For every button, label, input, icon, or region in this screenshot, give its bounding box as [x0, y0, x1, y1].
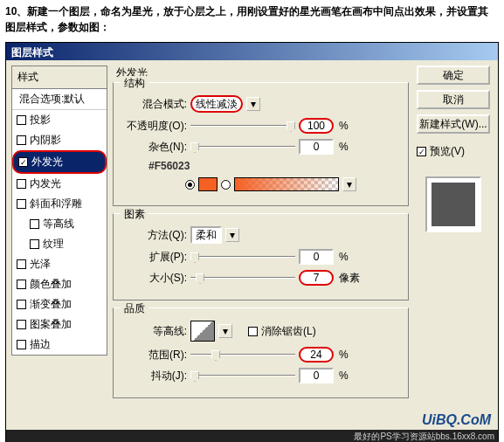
style-bevel-emboss[interactable]: 斜面和浮雕	[12, 194, 107, 214]
color-swatch[interactable]	[198, 177, 217, 191]
structure-label: 结构	[121, 76, 148, 91]
checkbox-icon[interactable]	[17, 259, 26, 269]
style-gradient-overlay[interactable]: 渐变叠加	[12, 294, 107, 314]
styles-panel: 样式 混合选项:默认 投影 内阴影 ✓外发光 内发光 斜面和浮雕 等高线 纹理 …	[11, 66, 107, 405]
spread-unit: %	[339, 251, 349, 263]
right-panel: 确定 取消 新建样式(W)... ✓ 预览(V)	[414, 66, 493, 405]
quality-label: 品质	[121, 301, 148, 316]
checkbox-icon[interactable]	[30, 239, 39, 249]
size-input[interactable]: 7	[299, 270, 334, 286]
antialias-label: 消除锯齿(L)	[261, 324, 316, 339]
range-slider[interactable]	[190, 347, 295, 363]
outer-glow-title: 外发光	[113, 66, 409, 80]
structure-group: 结构 混合模式: 线性减淡 ▾ 不透明度(O): 100 % 杂色(N): 0 …	[113, 82, 409, 206]
antialias-checkbox[interactable]	[248, 327, 258, 336]
technique-label: 方法(Q):	[119, 228, 187, 243]
opacity-slider[interactable]	[190, 118, 295, 134]
style-outer-glow[interactable]: ✓外发光	[12, 150, 107, 174]
size-slider[interactable]	[190, 270, 295, 286]
chevron-down-icon[interactable]: ▾	[246, 97, 260, 111]
cancel-button[interactable]: 取消	[417, 90, 490, 109]
instruction-text: 10、新建一个图层，命名为星光，放于心层之上，用刚设置好的星光画笔在画布中间点出…	[0, 0, 504, 38]
elements-label: 图素	[121, 207, 148, 222]
style-color-overlay[interactable]: 颜色叠加	[12, 274, 107, 294]
noise-slider[interactable]	[190, 139, 295, 155]
dialog-titlebar: 图层样式	[6, 43, 498, 60]
opacity-label: 不透明度(O):	[119, 119, 187, 134]
opacity-unit: %	[339, 120, 349, 132]
noise-label: 杂色(N):	[119, 140, 187, 155]
range-unit: %	[339, 349, 349, 361]
noise-input[interactable]: 0	[299, 139, 334, 155]
jitter-input[interactable]: 0	[299, 368, 334, 383]
style-contour[interactable]: 等高线	[12, 214, 107, 234]
range-input[interactable]: 24	[299, 347, 334, 363]
gradient-swatch[interactable]	[234, 177, 339, 191]
checkbox-icon[interactable]	[17, 280, 26, 289]
technique-dropdown[interactable]: 柔和	[190, 226, 222, 244]
checkbox-icon[interactable]: ✓	[18, 157, 28, 167]
elements-group: 图素 方法(Q): 柔和 ▾ 扩展(P): 0 % 大小(S): 7 像素	[113, 213, 409, 300]
style-inner-shadow[interactable]: 内阴影	[12, 130, 107, 150]
range-label: 范围(R):	[119, 348, 187, 363]
color-radio[interactable]	[185, 180, 195, 190]
chevron-down-icon[interactable]: ▾	[218, 324, 232, 338]
blend-mode-label: 混合模式:	[119, 97, 187, 112]
style-pattern-overlay[interactable]: 图案叠加	[12, 314, 107, 335]
chevron-down-icon[interactable]: ▾	[342, 177, 356, 191]
styles-header[interactable]: 样式	[12, 66, 107, 89]
checkbox-icon[interactable]	[17, 199, 26, 209]
checkbox-icon[interactable]	[17, 115, 26, 125]
blend-mode-dropdown[interactable]: 线性减淡	[190, 95, 243, 113]
preview-label: 预览(V)	[430, 144, 465, 159]
style-inner-glow[interactable]: 内发光	[12, 174, 107, 194]
jitter-label: 抖动(J):	[119, 369, 187, 383]
jitter-unit: %	[339, 369, 349, 382]
style-drop-shadow[interactable]: 投影	[12, 110, 107, 130]
checkbox-icon[interactable]	[17, 300, 26, 309]
contour-swatch[interactable]	[190, 321, 215, 342]
opacity-input[interactable]: 100	[299, 118, 334, 134]
checkbox-icon[interactable]	[17, 135, 26, 145]
settings-panel: 外发光 结构 混合模式: 线性减淡 ▾ 不透明度(O): 100 % 杂色(N)…	[113, 66, 409, 405]
gradient-radio[interactable]	[221, 180, 231, 190]
spread-label: 扩展(P):	[119, 250, 187, 265]
new-style-button[interactable]: 新建样式(W)...	[417, 114, 490, 134]
layer-style-dialog: 图层样式 样式 混合选项:默认 投影 内阴影 ✓外发光 内发光 斜面和浮雕 等高…	[5, 42, 499, 442]
size-unit: 像素	[339, 271, 360, 286]
contour-label: 等高线:	[119, 324, 187, 339]
preview-box	[425, 176, 481, 232]
checkbox-icon[interactable]	[30, 219, 39, 229]
footer-text: 最好的PS学习资源站bbs.16xx8.com	[6, 430, 498, 442]
spread-input[interactable]: 0	[299, 249, 334, 265]
checkbox-icon[interactable]	[17, 179, 26, 189]
chevron-down-icon[interactable]: ▾	[225, 228, 239, 242]
blend-options-item[interactable]: 混合选项:默认	[12, 89, 107, 110]
quality-group: 品质 等高线: ▾ 消除锯齿(L) 范围(R): 24 % 抖动(J):	[113, 307, 409, 398]
watermark-logo: UiBQ.CoM	[6, 411, 498, 430]
jitter-slider[interactable]	[190, 368, 295, 383]
preview-checkbox[interactable]: ✓	[417, 147, 426, 156]
size-label: 大小(S):	[119, 271, 187, 286]
spread-slider[interactable]	[190, 249, 295, 265]
noise-unit: %	[339, 141, 349, 153]
style-satin[interactable]: 光泽	[12, 254, 107, 274]
color-hex-label: #F56023	[148, 160, 190, 172]
checkbox-icon[interactable]	[17, 340, 26, 349]
checkbox-icon[interactable]	[17, 320, 26, 329]
ok-button[interactable]: 确定	[417, 66, 490, 85]
style-texture[interactable]: 纹理	[12, 234, 107, 254]
style-stroke[interactable]: 描边	[12, 335, 107, 355]
